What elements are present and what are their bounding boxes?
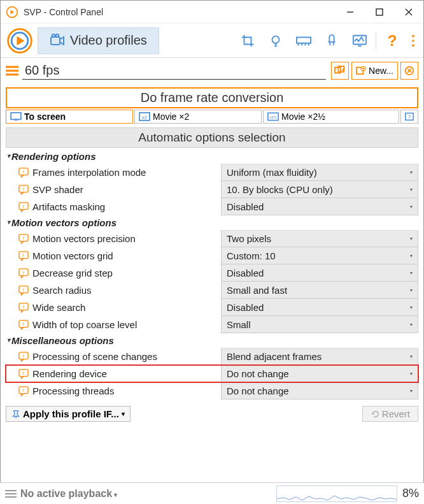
revert-icon xyxy=(371,410,379,419)
setting-dropdown[interactable]: Do not change xyxy=(221,382,418,400)
svg-point-9 xyxy=(56,34,59,36)
svg-text:i: i xyxy=(23,320,24,326)
svg-point-8 xyxy=(52,34,55,36)
help-button[interactable]: ? xyxy=(379,28,406,54)
setting-label: Search radius xyxy=(32,285,92,296)
setting-dropdown[interactable]: Two pixels xyxy=(221,230,418,247)
profile-label: Movie ×2 xyxy=(153,112,189,122)
info-icon: i xyxy=(18,202,29,212)
led-button[interactable] xyxy=(318,28,345,54)
svg-rect-24 xyxy=(11,113,21,120)
info-icon: i xyxy=(18,369,29,379)
setting-label-cell: iMotion vectors grid xyxy=(6,247,221,264)
delete-icon xyxy=(404,66,414,76)
setting-dropdown[interactable]: Uniform (max fluidity) xyxy=(221,164,418,181)
frc-bar[interactable]: Do frame rate conversion xyxy=(6,87,418,108)
crop-icon xyxy=(241,34,255,48)
setting-row: iArtifacts maskingDisabled xyxy=(6,198,418,215)
setting-dropdown[interactable]: Blend adjacent frames xyxy=(221,348,418,365)
group-misc[interactable]: Miscellaneous options xyxy=(6,333,418,348)
list-icon[interactable] xyxy=(6,65,18,76)
status-list-icon[interactable] xyxy=(5,489,17,498)
setting-dropdown[interactable]: Small and fast xyxy=(221,282,418,299)
setting-label: Width of top coarse level xyxy=(32,319,137,330)
monitor-icon xyxy=(352,34,367,48)
setting-label-cell: iWidth of top coarse level xyxy=(6,316,221,333)
setting-dropdown[interactable]: Do not change xyxy=(221,365,418,382)
setting-label: Motion vectors grid xyxy=(32,250,113,261)
setting-label: Processing threads xyxy=(32,385,114,396)
info-icon: i xyxy=(18,251,29,261)
setting-dropdown[interactable]: Disabled xyxy=(221,264,418,282)
setting-dropdown[interactable]: Small xyxy=(221,316,418,333)
info-icon: i xyxy=(18,285,29,296)
close-button[interactable] xyxy=(394,1,423,24)
crop-button[interactable] xyxy=(234,28,261,54)
tab-video-profiles[interactable]: Video profiles xyxy=(38,27,159,54)
delete-profile-button[interactable] xyxy=(400,62,418,80)
setting-value: Do not change xyxy=(227,368,289,379)
profile-movie-x2[interactable]: x2 Movie ×2 xyxy=(134,110,262,124)
maximize-button[interactable] xyxy=(365,1,394,24)
main-toolbar: Video profiles ? xyxy=(1,24,423,58)
minimize-button[interactable] xyxy=(336,1,365,24)
setting-label: Rendering device xyxy=(32,368,107,379)
setting-label: Wide search xyxy=(32,302,85,313)
svg-text:i: i xyxy=(23,252,24,257)
svg-point-13 xyxy=(412,34,414,37)
setting-label: SVP shader xyxy=(32,184,83,195)
app-icon xyxy=(6,6,18,18)
setting-row: iMotion vectors gridCustom: 10 xyxy=(6,247,418,264)
setting-value: Blend adjacent frames xyxy=(227,351,322,362)
profile-to-screen[interactable]: To screen xyxy=(6,110,133,124)
group-rendering[interactable]: Rendering options xyxy=(6,149,418,164)
apply-profile-if-button[interactable]: Apply this profile IF... ▾ xyxy=(6,406,131,422)
new-icon xyxy=(356,66,366,75)
setting-dropdown[interactable]: Disabled xyxy=(221,299,418,316)
setting-label: Decrease grid step xyxy=(32,268,113,278)
profile-help-button[interactable]: ? xyxy=(400,110,418,124)
setting-label-cell: iFrames interpolation mode xyxy=(6,164,221,181)
setting-row: iFrames interpolation modeUniform (max f… xyxy=(6,164,418,181)
setting-value: Small and fast xyxy=(227,285,287,296)
setting-row: iDecrease grid stepDisabled xyxy=(6,264,418,282)
profile-label: To screen xyxy=(24,112,66,122)
new-profile-button[interactable]: New... xyxy=(351,62,398,80)
setting-label-cell: iSearch radius xyxy=(6,282,221,299)
duplicate-button[interactable] xyxy=(331,62,349,80)
auto-options-bar[interactable]: Automatic options selection xyxy=(6,127,418,148)
fps-input[interactable] xyxy=(22,62,326,80)
info-icon: i xyxy=(18,303,29,313)
bulb-icon xyxy=(269,34,283,48)
profile-tabs: To screen x2 Movie ×2 x2½ Movie ×2½ ? xyxy=(6,110,418,124)
svg-text:i: i xyxy=(23,303,24,309)
setting-value: Disabled xyxy=(227,302,264,313)
setting-label-cell: iArtifacts masking xyxy=(6,198,221,215)
profile-movie-x25[interactable]: x2½ Movie ×2½ xyxy=(263,110,399,124)
setting-label-cell: iSVP shader xyxy=(6,181,221,198)
setting-row: iMotion vectors precisionTwo pixels xyxy=(6,230,418,247)
setting-row: iSearch radiusSmall and fast xyxy=(6,282,418,299)
setting-dropdown[interactable]: 10. By blocks (CPU only) xyxy=(221,181,418,198)
apply-row: Apply this profile IF... ▾ Revert xyxy=(6,406,418,422)
blackbar-button[interactable] xyxy=(290,28,317,54)
svg-text:i: i xyxy=(23,234,24,240)
info-icon: i xyxy=(18,386,29,396)
setting-row: iProcessing of scene changesBlend adjace… xyxy=(6,348,418,365)
svg-text:i: i xyxy=(23,269,24,275)
setting-label-cell: iProcessing threads xyxy=(6,382,221,400)
monitor-button[interactable] xyxy=(346,28,373,54)
svg-text:x2½: x2½ xyxy=(270,115,277,119)
group-motion[interactable]: Motion vectors options xyxy=(6,215,418,230)
statusbar: No active playback 8% xyxy=(0,482,424,504)
playback-status[interactable]: No active playback xyxy=(20,488,271,500)
svg-rect-7 xyxy=(51,37,60,45)
setting-dropdown[interactable]: Disabled xyxy=(221,198,418,215)
setting-label: Motion vectors precision xyxy=(32,233,136,244)
setting-dropdown[interactable]: Custom: 10 xyxy=(221,247,418,264)
help-small-icon: ? xyxy=(405,112,414,121)
light-button[interactable] xyxy=(262,28,289,54)
menu-button[interactable] xyxy=(407,28,420,54)
svg-text:i: i xyxy=(23,185,24,191)
setting-value: Two pixels xyxy=(227,233,271,244)
